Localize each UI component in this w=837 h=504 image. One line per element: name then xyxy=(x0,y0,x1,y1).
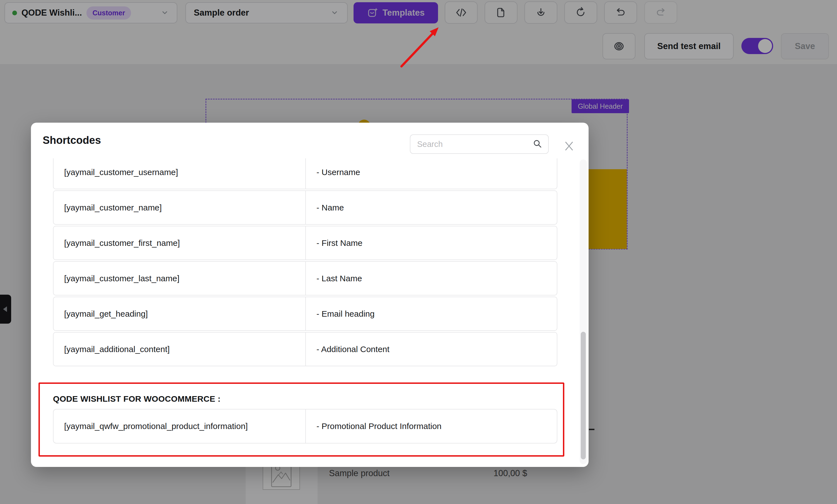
search-input[interactable] xyxy=(410,140,532,149)
shortcode-row[interactable]: [yaymail_customer_name] - Name xyxy=(53,191,557,225)
shortcode-row[interactable]: [yaymail_customer_username] - Username xyxy=(53,158,557,189)
shortcode-desc: - First Name xyxy=(317,238,362,248)
shortcode-row[interactable]: [yaymail_additional_content] - Additiona… xyxy=(53,332,557,366)
shortcode-code: [yaymail_customer_username] xyxy=(64,167,178,177)
modal-title: Shortcodes xyxy=(43,134,101,146)
search-box xyxy=(410,134,549,154)
shortcode-code: [yaymail_customer_name] xyxy=(64,203,162,212)
shortcode-code: [yaymail_customer_last_name] xyxy=(64,274,180,283)
plugin-section-heading: QODE WISHLIST FOR WOOCOMMERCE : xyxy=(53,394,220,404)
shortcode-row-promotional[interactable]: [yaymail_qwfw_promotional_product_inform… xyxy=(53,409,557,444)
shortcode-desc: - Last Name xyxy=(317,274,362,283)
shortcode-code: [yaymail_get_heading] xyxy=(64,309,148,319)
shortcode-desc: - Name xyxy=(317,203,344,212)
shortcode-desc: - Username xyxy=(317,167,360,177)
shortcode-row[interactable]: [yaymail_customer_last_name] - Last Name xyxy=(53,261,557,295)
shortcode-desc: - Email heading xyxy=(317,309,374,319)
modal-header: Shortcodes xyxy=(31,123,589,158)
modal-body: [yaymail_customer_username] - Username [… xyxy=(31,158,589,467)
shortcode-desc: - Additional Content xyxy=(317,345,390,354)
shortcode-row[interactable]: [yaymail_customer_first_name] - First Na… xyxy=(53,226,557,260)
close-button[interactable] xyxy=(561,138,577,154)
shortcode-code: [yaymail_customer_first_name] xyxy=(64,238,180,248)
shortcode-code: [yaymail_qwfw_promotional_product_inform… xyxy=(64,421,248,431)
shortcode-code: [yaymail_additional_content] xyxy=(64,345,170,354)
shortcodes-table: [yaymail_customer_username] - Username [… xyxy=(53,158,557,367)
shortcodes-modal: Shortcodes [yaymail_customer_username] -… xyxy=(31,123,589,467)
shortcode-desc: - Promotional Product Information xyxy=(317,421,442,431)
close-icon xyxy=(563,140,575,152)
modal-scrollbar-thumb[interactable] xyxy=(581,332,586,460)
shortcode-row[interactable]: [yaymail_get_heading] - Email heading xyxy=(53,296,557,331)
search-icon[interactable] xyxy=(532,139,543,150)
